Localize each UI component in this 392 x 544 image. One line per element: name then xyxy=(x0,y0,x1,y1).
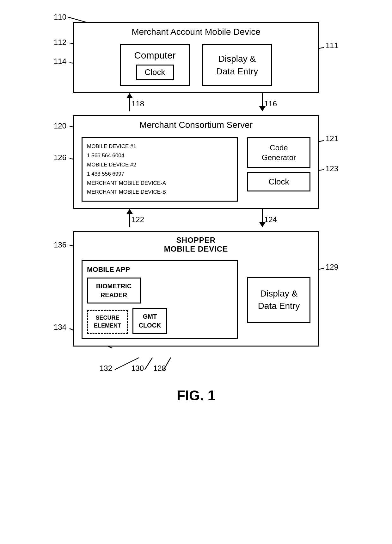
top-block: Merchant Account Mobile Device Computer … xyxy=(73,22,319,93)
biometric-reader-box: BIOMETRICREADER xyxy=(87,278,141,303)
secure-element-box: SECUREELEMENT xyxy=(87,310,128,334)
ref-118: 118 xyxy=(132,99,144,108)
mobile-app-label: MOBILE APP xyxy=(87,266,232,274)
db-line-4: 1 433 556 6997 xyxy=(87,170,232,179)
gmt-clock-box: GMTCLOCK xyxy=(132,308,167,334)
arrow-122: 122 xyxy=(126,209,133,227)
db-line-3: MOBILE DEVICE #2 xyxy=(87,160,232,170)
arrow-116: 116 xyxy=(259,93,266,111)
mid-block: Merchant Consortium Server MOBILE DEVICE… xyxy=(73,115,319,209)
display-box-bot: Display &Data Entry xyxy=(247,277,310,322)
db-line-5: MERCHANT MOBILE DEVICE-A xyxy=(87,179,232,188)
arrow-124: 124 xyxy=(259,209,266,227)
bot-block-title: SHOPPERMOBILE DEVICE xyxy=(74,232,318,255)
code-generator-box: CodeGenerator xyxy=(247,137,310,168)
db-line-2: 1 566 564 6004 xyxy=(87,151,232,160)
top-block-title: Merchant Account Mobile Device xyxy=(74,23,318,40)
db-line-1: MOBILE DEVICE #1 xyxy=(87,142,232,151)
computer-box: Computer Clock xyxy=(120,44,190,86)
clock-box-top: Clock xyxy=(136,65,174,80)
arrow-118: 118 xyxy=(126,93,133,111)
database-box: MOBILE DEVICE #1 1 566 564 6004 MOBILE D… xyxy=(82,137,238,202)
display-box-top: Display &Data Entry xyxy=(202,44,272,86)
display-label-bot: Display &Data Entry xyxy=(258,287,300,312)
db-line-6: MERCHANT MOBILE DEVICE-B xyxy=(87,188,232,197)
bot-block: SHOPPERMOBILE DEVICE MOBILE APP BIOMETRI… xyxy=(73,231,319,347)
code-gen-label: CodeGenerator xyxy=(252,143,306,162)
mid-block-title: Merchant Consortium Server xyxy=(74,116,318,133)
ref-124: 124 xyxy=(264,215,277,224)
ref-122: 122 xyxy=(132,215,144,224)
mobile-app-box: MOBILE APP BIOMETRICREADER SECUREELEMENT… xyxy=(82,260,238,339)
svg-line-13 xyxy=(164,358,171,370)
computer-label: Computer xyxy=(134,50,176,61)
display-label-top: Display &Data Entry xyxy=(216,53,258,77)
figure-label: FIG. 1 xyxy=(54,388,338,403)
clock-box-mid: Clock xyxy=(247,172,310,191)
ref-116: 116 xyxy=(264,99,277,108)
